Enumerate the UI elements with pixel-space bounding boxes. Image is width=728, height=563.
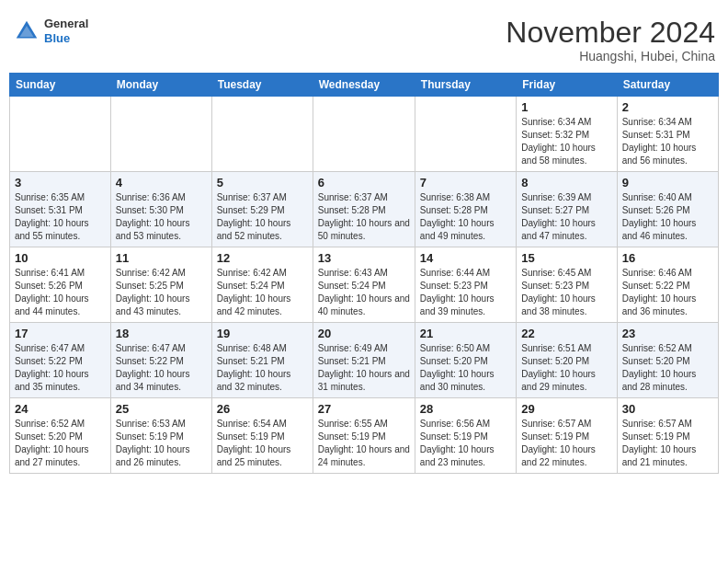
day-info: Sunrise: 6:40 AM Sunset: 5:26 PM Dayligh… xyxy=(622,191,713,243)
day-number: 11 xyxy=(116,251,207,265)
day-info: Sunrise: 6:46 AM Sunset: 5:22 PM Dayligh… xyxy=(622,267,713,318)
calendar-week-row: 17Sunrise: 6:47 AM Sunset: 5:22 PM Dayli… xyxy=(10,323,719,398)
day-number: 6 xyxy=(318,176,410,190)
calendar-table: SundayMondayTuesdayWednesdayThursdayFrid… xyxy=(9,73,719,474)
weekday-header-wednesday: Wednesday xyxy=(313,74,415,97)
logo-text: General Blue xyxy=(44,17,88,45)
weekday-header-friday: Friday xyxy=(517,74,617,97)
month-title: November 2024 xyxy=(506,17,715,49)
day-info: Sunrise: 6:49 AM Sunset: 5:21 PM Dayligh… xyxy=(318,342,410,394)
weekday-header-thursday: Thursday xyxy=(415,74,516,97)
day-info: Sunrise: 6:37 AM Sunset: 5:28 PM Dayligh… xyxy=(318,191,410,243)
day-number: 18 xyxy=(116,327,207,340)
day-number: 8 xyxy=(521,176,611,190)
day-number: 20 xyxy=(318,327,410,340)
calendar-day-20: 20Sunrise: 6:49 AM Sunset: 5:21 PM Dayli… xyxy=(313,323,415,398)
day-info: Sunrise: 6:47 AM Sunset: 5:22 PM Dayligh… xyxy=(116,342,207,394)
day-number: 28 xyxy=(420,402,511,416)
day-info: Sunrise: 6:38 AM Sunset: 5:28 PM Dayligh… xyxy=(420,191,511,243)
day-number: 17 xyxy=(15,327,106,340)
day-info: Sunrise: 6:52 AM Sunset: 5:20 PM Dayligh… xyxy=(15,418,106,469)
calendar-day-30: 30Sunrise: 6:57 AM Sunset: 5:19 PM Dayli… xyxy=(617,398,718,474)
calendar-day-21: 21Sunrise: 6:50 AM Sunset: 5:20 PM Dayli… xyxy=(415,323,516,398)
day-number: 19 xyxy=(217,327,308,340)
calendar-day-24: 24Sunrise: 6:52 AM Sunset: 5:20 PM Dayli… xyxy=(10,398,111,474)
day-number: 30 xyxy=(622,402,713,416)
calendar-day-14: 14Sunrise: 6:44 AM Sunset: 5:23 PM Dayli… xyxy=(415,247,516,323)
day-info: Sunrise: 6:52 AM Sunset: 5:20 PM Dayligh… xyxy=(622,342,713,394)
day-number: 14 xyxy=(420,251,511,265)
day-number: 27 xyxy=(318,402,410,416)
location: Huangshi, Hubei, China xyxy=(506,49,715,63)
day-number: 2 xyxy=(622,100,713,114)
empty-cell xyxy=(10,97,111,172)
day-number: 12 xyxy=(217,251,308,265)
calendar-week-row: 24Sunrise: 6:52 AM Sunset: 5:20 PM Dayli… xyxy=(10,398,719,474)
day-number: 10 xyxy=(15,251,106,265)
calendar-day-11: 11Sunrise: 6:42 AM Sunset: 5:25 PM Dayli… xyxy=(110,247,211,323)
day-number: 1 xyxy=(521,100,611,114)
calendar-day-27: 27Sunrise: 6:55 AM Sunset: 5:19 PM Dayli… xyxy=(313,398,415,474)
calendar-day-2: 2Sunrise: 6:34 AM Sunset: 5:31 PM Daylig… xyxy=(617,97,718,172)
day-info: Sunrise: 6:41 AM Sunset: 5:26 PM Dayligh… xyxy=(15,267,106,318)
day-info: Sunrise: 6:55 AM Sunset: 5:19 PM Dayligh… xyxy=(318,418,410,469)
logo-icon xyxy=(13,17,40,45)
day-info: Sunrise: 6:48 AM Sunset: 5:21 PM Dayligh… xyxy=(217,342,308,394)
day-number: 4 xyxy=(116,176,207,190)
day-info: Sunrise: 6:42 AM Sunset: 5:24 PM Dayligh… xyxy=(217,267,308,318)
calendar-day-9: 9Sunrise: 6:40 AM Sunset: 5:26 PM Daylig… xyxy=(617,172,718,247)
logo: General Blue xyxy=(13,17,88,45)
day-number: 29 xyxy=(521,402,611,416)
day-number: 7 xyxy=(420,176,511,190)
day-number: 24 xyxy=(15,402,106,416)
title-block: November 2024 Huangshi, Hubei, China xyxy=(506,17,715,63)
day-info: Sunrise: 6:35 AM Sunset: 5:31 PM Dayligh… xyxy=(15,191,106,243)
calendar-week-row: 3Sunrise: 6:35 AM Sunset: 5:31 PM Daylig… xyxy=(10,172,719,247)
calendar-day-6: 6Sunrise: 6:37 AM Sunset: 5:28 PM Daylig… xyxy=(313,172,415,247)
day-info: Sunrise: 6:37 AM Sunset: 5:29 PM Dayligh… xyxy=(217,191,308,243)
day-number: 16 xyxy=(622,251,713,265)
weekday-header-row: SundayMondayTuesdayWednesdayThursdayFrid… xyxy=(10,74,719,97)
calendar-day-15: 15Sunrise: 6:45 AM Sunset: 5:23 PM Dayli… xyxy=(517,247,617,323)
day-number: 22 xyxy=(521,327,611,340)
calendar-day-5: 5Sunrise: 6:37 AM Sunset: 5:29 PM Daylig… xyxy=(211,172,313,247)
calendar-day-16: 16Sunrise: 6:46 AM Sunset: 5:22 PM Dayli… xyxy=(617,247,718,323)
day-number: 13 xyxy=(318,251,410,265)
calendar-day-8: 8Sunrise: 6:39 AM Sunset: 5:27 PM Daylig… xyxy=(517,172,617,247)
day-number: 3 xyxy=(15,176,106,190)
weekday-header-sunday: Sunday xyxy=(10,74,111,97)
day-number: 23 xyxy=(622,327,713,340)
day-number: 25 xyxy=(116,402,207,416)
calendar-day-12: 12Sunrise: 6:42 AM Sunset: 5:24 PM Dayli… xyxy=(211,247,313,323)
calendar-day-23: 23Sunrise: 6:52 AM Sunset: 5:20 PM Dayli… xyxy=(617,323,718,398)
day-info: Sunrise: 6:34 AM Sunset: 5:31 PM Dayligh… xyxy=(622,116,713,167)
day-info: Sunrise: 6:57 AM Sunset: 5:19 PM Dayligh… xyxy=(521,418,611,469)
empty-cell xyxy=(110,97,211,172)
calendar-day-18: 18Sunrise: 6:47 AM Sunset: 5:22 PM Dayli… xyxy=(110,323,211,398)
calendar-week-row: 1Sunrise: 6:34 AM Sunset: 5:32 PM Daylig… xyxy=(10,97,719,172)
day-number: 26 xyxy=(217,402,308,416)
day-info: Sunrise: 6:43 AM Sunset: 5:24 PM Dayligh… xyxy=(318,267,410,318)
day-info: Sunrise: 6:47 AM Sunset: 5:22 PM Dayligh… xyxy=(15,342,106,394)
calendar-day-25: 25Sunrise: 6:53 AM Sunset: 5:19 PM Dayli… xyxy=(110,398,211,474)
calendar-day-28: 28Sunrise: 6:56 AM Sunset: 5:19 PM Dayli… xyxy=(415,398,516,474)
day-number: 21 xyxy=(420,327,511,340)
day-info: Sunrise: 6:54 AM Sunset: 5:19 PM Dayligh… xyxy=(217,418,308,469)
day-number: 15 xyxy=(521,251,611,265)
calendar-day-3: 3Sunrise: 6:35 AM Sunset: 5:31 PM Daylig… xyxy=(10,172,111,247)
empty-cell xyxy=(415,97,516,172)
day-info: Sunrise: 6:51 AM Sunset: 5:20 PM Dayligh… xyxy=(521,342,611,394)
day-info: Sunrise: 6:39 AM Sunset: 5:27 PM Dayligh… xyxy=(521,191,611,243)
page-header: General Blue November 2024 Huangshi, Hub… xyxy=(9,9,719,67)
calendar-day-29: 29Sunrise: 6:57 AM Sunset: 5:19 PM Dayli… xyxy=(517,398,617,474)
day-info: Sunrise: 6:50 AM Sunset: 5:20 PM Dayligh… xyxy=(420,342,511,394)
day-number: 5 xyxy=(217,176,308,190)
calendar-day-4: 4Sunrise: 6:36 AM Sunset: 5:30 PM Daylig… xyxy=(110,172,211,247)
day-number: 9 xyxy=(622,176,713,190)
calendar-day-13: 13Sunrise: 6:43 AM Sunset: 5:24 PM Dayli… xyxy=(313,247,415,323)
weekday-header-saturday: Saturday xyxy=(617,74,718,97)
weekday-header-tuesday: Tuesday xyxy=(211,74,313,97)
day-info: Sunrise: 6:34 AM Sunset: 5:32 PM Dayligh… xyxy=(521,116,611,167)
calendar-day-19: 19Sunrise: 6:48 AM Sunset: 5:21 PM Dayli… xyxy=(211,323,313,398)
calendar-day-22: 22Sunrise: 6:51 AM Sunset: 5:20 PM Dayli… xyxy=(517,323,617,398)
